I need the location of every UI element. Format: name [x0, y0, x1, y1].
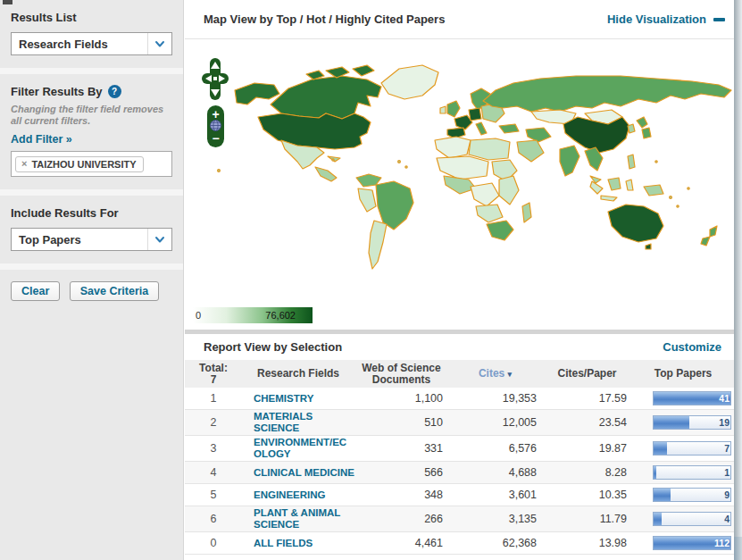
top-papers-bar: 7 [653, 441, 731, 456]
map-pan-compass[interactable] [202, 58, 229, 100]
top-papers-bar: 19 [653, 415, 731, 430]
cites-cell: 19,353 [448, 392, 542, 405]
rank-cell: 6 [185, 513, 242, 525]
include-results-value: Top Papers [12, 233, 147, 247]
main-panel: Map View by Top / Hot / Highly Cited Pap… [185, 0, 734, 560]
field-link[interactable]: PLANT & ANIMAL SCIENCE [242, 507, 354, 531]
report-view-header: Report View by Selection Customize [185, 334, 734, 360]
column-cites-sort[interactable]: Cites ▾ [448, 368, 542, 380]
vertical-scrollbar[interactable] [734, 0, 742, 560]
docs-cell: 510 [354, 416, 448, 429]
results-list-value: Research Fields [12, 38, 147, 51]
include-results-label: Include Results For [11, 206, 172, 220]
zoom-out-button[interactable]: − [207, 132, 224, 145]
table-row: 1 CHEMISTRY 1,100 19,353 17.59 41 [185, 388, 734, 410]
help-icon[interactable]: ? [108, 85, 121, 98]
cites-cell: 62,368 [448, 537, 542, 549]
field-link[interactable]: CHEMISTRY [242, 393, 354, 405]
field-link[interactable]: ALL FIELDS [242, 538, 354, 549]
total-header: Total: 7 [185, 363, 242, 386]
cites-per-paper-cell: 23.54 [542, 416, 632, 429]
filter-note: Changing the filter field removes all cu… [11, 104, 175, 127]
table-row: 0 ALL FIELDS 4,461 62,368 13.98 112 [185, 532, 734, 555]
top-papers-bar: 9 [653, 488, 731, 502]
save-criteria-button[interactable]: Save Criteria [70, 281, 159, 301]
rank-cell: 2 [185, 416, 242, 429]
globe-reset-icon[interactable] [210, 120, 221, 131]
rank-cell: 0 [185, 537, 242, 549]
choropleth-legend: 0 76,602 [193, 307, 313, 323]
sidebar-divider [0, 263, 183, 270]
chevron-down-icon [147, 229, 171, 250]
table-row: 2 MATERIALS SCIENCE 510 12,005 23.54 19 [185, 410, 734, 436]
cites-cell: 6,576 [448, 442, 542, 455]
add-filter-link[interactable]: Add Filter » [11, 133, 72, 146]
zoom-in-button[interactable]: + [207, 108, 224, 121]
results-list-select[interactable]: Research Fields [11, 32, 172, 55]
customize-link[interactable]: Customize [663, 340, 721, 354]
include-results-select[interactable]: Top Papers [11, 228, 172, 251]
docs-cell: 266 [354, 513, 448, 525]
cites-cell: 3,601 [448, 489, 542, 501]
hide-visualization-label: Hide Visualization [607, 13, 706, 26]
legend-max: 76,602 [265, 310, 296, 321]
column-cites-per-paper: Cites/Paper [542, 368, 632, 380]
results-list-section: Results List Research Fields [0, 0, 183, 68]
report-view-title: Report View by Selection [204, 340, 342, 354]
column-top-papers: Top Papers [632, 368, 734, 380]
sidebar-divider [0, 68, 183, 74]
map-view-header: Map View by Top / Hot / Highly Cited Pap… [185, 0, 734, 39]
cites-per-paper-cell: 11.79 [542, 513, 632, 525]
results-table-header: Total: 7 Research Fields Web of Science … [185, 360, 734, 388]
docs-cell: 4,461 [354, 537, 448, 549]
cites-per-paper-cell: 17.59 [542, 392, 632, 405]
rank-cell: 1 [185, 392, 242, 405]
cites-per-paper-cell: 10.35 [542, 489, 632, 501]
cites-cell: 3,135 [448, 513, 542, 525]
column-research-fields: Research Fields [242, 368, 354, 380]
remove-filter-icon[interactable]: × [21, 159, 27, 169]
sidebar-actions: Clear Save Criteria [0, 270, 183, 313]
docs-cell: 1,100 [354, 392, 448, 405]
legend-min: 0 [196, 310, 201, 321]
cites-per-paper-cell: 19.87 [542, 442, 632, 455]
world-map[interactable] [192, 54, 738, 285]
map-view-title: Map View by Top / Hot / Highly Cited Pap… [204, 13, 445, 26]
top-papers-bar: 1 [653, 465, 731, 480]
top-papers-bar: 112 [653, 536, 731, 550]
rank-cell: 4 [185, 466, 242, 479]
field-link[interactable]: MATERIALS SCIENCE [242, 411, 354, 434]
column-wos-documents: Web of Science Documents [354, 363, 448, 386]
top-papers-bar: 4 [653, 512, 731, 526]
collapse-minus-icon [713, 18, 725, 21]
esi-app-window: Results List Research Fields Filter Resu… [0, 0, 742, 560]
map-visualization-area: + − 0 76,602 [185, 39, 734, 330]
filter-chip-label: TAIZHOU UNIVERSITY [31, 159, 136, 170]
cites-cell: 4,688 [448, 466, 542, 479]
table-row: 3 ENVIRONMENT/ECOLOGY 331 6,576 19.87 7 [185, 436, 734, 462]
field-link[interactable]: CLINICAL MEDICINE [242, 467, 354, 479]
rank-cell: 5 [185, 489, 242, 501]
field-link[interactable]: ENVIRONMENT/ECOLOGY [242, 437, 354, 460]
filter-chip: × TAIZHOU UNIVERSITY [15, 156, 144, 172]
browser-edge-artifact [3, 0, 13, 4]
top-papers-bar: 41 [653, 391, 731, 405]
chevron-down-icon [147, 33, 171, 54]
cites-cell: 12,005 [448, 416, 542, 429]
sort-descending-icon: ▾ [508, 370, 513, 379]
clear-button[interactable]: Clear [11, 281, 60, 301]
cites-per-paper-cell: 13.98 [542, 537, 632, 549]
table-row: 4 CLINICAL MEDICINE 566 4,688 8.28 1 [185, 462, 734, 484]
filter-by-label: Filter Results By [11, 85, 103, 98]
cites-per-paper-cell: 8.28 [542, 466, 632, 479]
field-link[interactable]: ENGINEERING [242, 489, 354, 501]
table-row: 5 ENGINEERING 348 3,601 10.35 9 [185, 484, 734, 506]
docs-cell: 566 [354, 466, 448, 479]
filter-by-section: Filter Results By ? Changing the filter … [0, 74, 183, 189]
hide-visualization-link[interactable]: Hide Visualization [607, 13, 725, 26]
results-table-body: 1 CHEMISTRY 1,100 19,353 17.59 41 2 MATE… [185, 388, 734, 555]
filters-sidebar: Results List Research Fields Filter Resu… [0, 0, 184, 560]
docs-cell: 348 [354, 489, 448, 501]
filter-tags-input[interactable]: × TAIZHOU UNIVERSITY [11, 151, 172, 177]
rank-cell: 3 [185, 442, 242, 455]
